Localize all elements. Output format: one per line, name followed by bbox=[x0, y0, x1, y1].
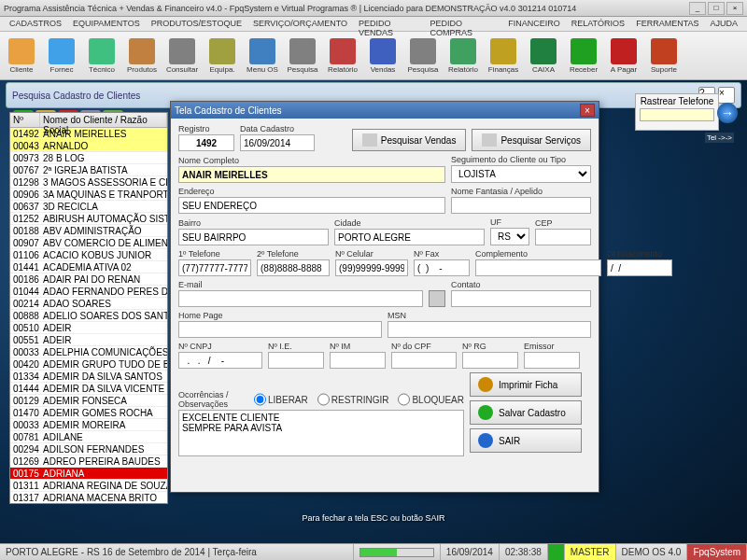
list-row[interactable]: 00420ADEMIR GRUPO TUDO DE BOM bbox=[10, 358, 167, 371]
fax-input[interactable] bbox=[414, 259, 470, 276]
menu-item[interactable]: CADASTROS bbox=[4, 17, 67, 31]
list-row[interactable]: 01334ADEMIR DA SILVA SANTOS bbox=[10, 371, 167, 383]
menu-item[interactable]: EQUIPAMENTOS bbox=[67, 17, 146, 31]
list-row[interactable]: 00214ADAO SOARES bbox=[10, 298, 167, 310]
tel1-input[interactable] bbox=[178, 259, 251, 276]
list-row[interactable]: 00294ADILSON FERNANDES bbox=[10, 443, 167, 455]
obs-textarea[interactable]: EXCELENTE CLIENTE SEMPRE PARA AVISTA bbox=[178, 410, 464, 456]
maximize-button[interactable]: □ bbox=[708, 2, 725, 15]
list-row[interactable]: 00551ADEIR bbox=[10, 334, 167, 346]
list-row[interactable]: 01317ADRIANA MACENA BRITO bbox=[10, 492, 167, 504]
list-row[interactable]: 01311ADRIANA REGINA DE SOUZA bbox=[10, 480, 167, 492]
toolbar-relatório[interactable]: Relatório bbox=[444, 34, 483, 78]
toolbar-vendas[interactable]: Vendas bbox=[363, 34, 402, 78]
list-row[interactable]: 01044ADAO FERNANDO PERES DE SOUZ bbox=[10, 286, 167, 298]
list-row[interactable]: 01470ADEMIR GOMES ROCHA bbox=[10, 407, 167, 419]
dialog-close-icon[interactable]: × bbox=[580, 104, 595, 117]
list-row[interactable]: 00033ADEMIR MOREIRA bbox=[10, 419, 167, 431]
toolbar-a pagar[interactable]: A Pagar bbox=[604, 34, 643, 78]
list-row[interactable]: 01106ACACIO KOBUS JUNIOR bbox=[10, 249, 167, 261]
list-row[interactable]: 00129ADEMIR FONSECA bbox=[10, 395, 167, 407]
menu-item[interactable]: PEDIDO VENDAS bbox=[353, 17, 424, 31]
list-row[interactable]: 00510ADEIR bbox=[10, 322, 167, 334]
fantasia-input[interactable] bbox=[451, 197, 591, 214]
list-row[interactable]: 00033ADELPHIA COMUNICAÇÕES S/A bbox=[10, 346, 167, 358]
email-input[interactable] bbox=[178, 290, 423, 307]
list-row[interactable]: 00175ADRIANA bbox=[10, 468, 167, 480]
rastrear-input[interactable] bbox=[640, 108, 714, 121]
list-row[interactable]: 01269ADREO PEREIRA BAUDES bbox=[10, 455, 167, 468]
imprimir-button[interactable]: Imprimir Ficha bbox=[470, 372, 582, 397]
toolbar-menu os[interactable]: Menu OS bbox=[243, 34, 282, 78]
email-icon[interactable] bbox=[429, 290, 445, 307]
emissor-input[interactable] bbox=[524, 352, 580, 369]
list-row[interactable]: 007672ª IGREJA BATISTA bbox=[10, 164, 167, 176]
nome-input[interactable] bbox=[178, 166, 445, 183]
cnpj-input[interactable] bbox=[178, 352, 262, 369]
toolbar-finanças[interactable]: Finanças bbox=[484, 34, 523, 78]
toolbar-técnico[interactable]: Técnico bbox=[82, 34, 121, 78]
list-row[interactable]: 00186ADAIR PAI DO RENAN bbox=[10, 273, 167, 286]
menu-item[interactable]: AJUDA bbox=[704, 17, 743, 31]
list-row[interactable]: 00188ABV ADMINISTRAÇÃO bbox=[10, 225, 167, 237]
bloquear-radio[interactable]: BLOQUEAR bbox=[398, 391, 464, 408]
comp-input[interactable] bbox=[475, 259, 601, 276]
list-row[interactable]: 00781ADILANE bbox=[10, 431, 167, 443]
cidade-input[interactable] bbox=[334, 229, 485, 245]
cel-input[interactable] bbox=[335, 259, 408, 276]
registro-input[interactable] bbox=[178, 134, 234, 151]
toolbar-pesquisa[interactable]: Pesquisa bbox=[283, 34, 322, 78]
im-input[interactable] bbox=[330, 352, 386, 369]
homepage-input[interactable] bbox=[178, 321, 382, 338]
tel2-input[interactable] bbox=[257, 259, 330, 276]
pesquisar-servicos-button[interactable]: Pesquisar Serviços bbox=[472, 129, 591, 151]
list-row[interactable]: 01444ADEMIR DA SILVA VICENTE (PPG T bbox=[10, 383, 167, 395]
menu-item[interactable]: SERVIÇO/ORÇAMENTO bbox=[247, 17, 353, 31]
toolbar-receber[interactable]: Receber bbox=[564, 34, 603, 78]
toolbar-relatório[interactable]: Relatório bbox=[323, 34, 362, 78]
dialog-titlebar[interactable]: Tela Cadastro de Clientes × bbox=[171, 102, 599, 119]
list-row[interactable]: 006373D RECICLA bbox=[10, 201, 167, 213]
toolbar-pesquisa[interactable]: Pesquisa bbox=[403, 34, 443, 78]
list-row[interactable]: 012983 MAGOS ASSESSORIA E CERIMON bbox=[10, 176, 167, 189]
restringir-radio[interactable]: RESTRINGIR bbox=[317, 391, 389, 408]
list-row[interactable]: 01441ACADEMIA ATIVA 02 bbox=[10, 261, 167, 273]
cep-input[interactable] bbox=[535, 229, 591, 245]
toolbar-produtos[interactable]: Produtos bbox=[122, 34, 162, 78]
endereco-input[interactable] bbox=[178, 197, 445, 214]
toolbar-caixa[interactable]: CAIXA bbox=[524, 34, 563, 78]
uf-select[interactable]: RS bbox=[490, 228, 529, 245]
menu-item[interactable]: FERRAMENTAS bbox=[630, 17, 704, 31]
col-name[interactable]: Nome do Cliente / Razão Social bbox=[40, 113, 167, 127]
close-button[interactable]: × bbox=[726, 2, 743, 15]
salvar-button[interactable]: Salvar Cadastro bbox=[470, 400, 582, 425]
menu-item[interactable]: PRODUTOS/ESTOQUE bbox=[146, 17, 247, 31]
toolbar-equipa.[interactable]: Equipa. bbox=[203, 34, 242, 78]
data-input[interactable] bbox=[240, 134, 315, 151]
list-row[interactable]: 01252ABIRUSH AUTOMAÇÃO SISTEMAS bbox=[10, 213, 167, 225]
list-row[interactable]: 00907ABV COMERCIO DE ALIMENTOS LT bbox=[10, 237, 167, 249]
ie-input[interactable] bbox=[268, 352, 324, 369]
rg-input[interactable] bbox=[462, 352, 518, 369]
arrow-next-icon[interactable]: → bbox=[717, 103, 738, 123]
col-num[interactable]: Nº bbox=[10, 113, 40, 127]
list-row[interactable]: 009063A MAQUINAS E TRANPORTES bbox=[10, 189, 167, 201]
client-list[interactable]: Nº Nome do Cliente / Razão Social 01492A… bbox=[9, 112, 168, 504]
toolbar-cliente[interactable]: Cliente bbox=[2, 34, 41, 78]
segmento-select[interactable]: LOJISTA bbox=[451, 165, 591, 183]
msn-input[interactable] bbox=[388, 321, 591, 338]
list-row[interactable]: 01492ANAIR MEIRELLES bbox=[10, 128, 167, 140]
list-row[interactable]: 00888ADELIO SOARES DOS SANTOS bbox=[10, 310, 167, 322]
menu-item[interactable]: RELATÓRIOS bbox=[566, 17, 630, 31]
pesquisar-vendas-button[interactable]: Pesquisar Vendas bbox=[352, 129, 467, 151]
liberar-radio[interactable]: LIBERAR bbox=[254, 391, 308, 408]
menu-item[interactable]: FINANCEIRO bbox=[502, 17, 566, 31]
toolbar-fornec[interactable]: Fornec bbox=[42, 34, 81, 78]
toolbar-consultar[interactable]: Consultar bbox=[162, 34, 202, 78]
minimize-button[interactable]: _ bbox=[689, 2, 706, 15]
nasc-input[interactable] bbox=[607, 259, 672, 276]
panel-close-icon[interactable]: × bbox=[718, 87, 735, 104]
cpf-input[interactable] bbox=[391, 352, 457, 369]
toolbar-suporte[interactable]: Suporte bbox=[644, 34, 684, 78]
list-row[interactable]: 00043ARNALDO bbox=[10, 140, 167, 152]
